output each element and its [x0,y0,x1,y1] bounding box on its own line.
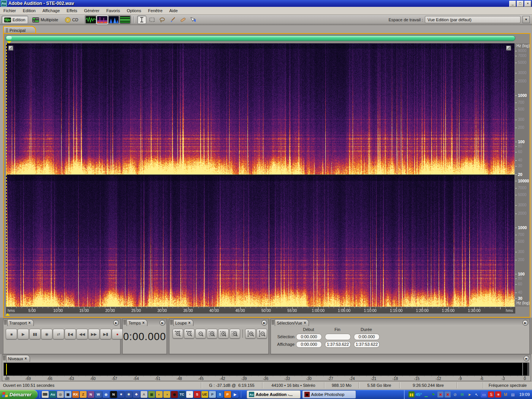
close-icon[interactable]: × [28,321,31,325]
task-adobe-audition[interactable]: AuAdobe Audition -... [247,390,301,399]
selection-debut-field[interactable]: 0:00.000 [296,334,322,340]
quick-launch-tc[interactable]: TC [179,391,185,398]
tray-clock[interactable]: 19:09 [519,392,530,397]
tab-grip[interactable] [6,28,8,33]
spectral-pan-view-button[interactable] [108,16,119,24]
tray-mouse[interactable]: M [502,391,508,397]
zoom-selection-left-button[interactable] [218,329,229,339]
go-to-start-button[interactable]: ▮◀ [65,329,76,339]
spectral-phase-view-button[interactable] [120,16,130,24]
selection-fin-field[interactable] [325,334,351,340]
tray-network-off-2[interactable]: ✖ [445,391,451,397]
edition-view-button[interactable]: Edition [2,16,28,24]
zoom-selection-right-button[interactable] [230,329,240,339]
workspace-dropdown-arrow[interactable]: ▼ [522,16,530,23]
panel-menu-button[interactable]: ▶ [522,320,528,326]
affichage-debut-field[interactable]: 0:00.000 [296,341,322,348]
panel-grip[interactable] [272,320,274,325]
close-icon[interactable]: × [304,321,306,325]
level-meter[interactable] [3,363,529,376]
play-from-cursor-button[interactable]: ◉ [41,329,52,339]
zoom-in-vertical-button[interactable] [245,329,256,339]
menu-favoris[interactable]: Favoris [103,8,124,14]
zoom-to-selection-button[interactable] [207,329,217,339]
close-button[interactable]: × [524,1,531,7]
quick-launch-media-player[interactable]: ▶ [232,391,239,398]
panel-grip[interactable] [170,320,173,325]
cd-view-button[interactable]: CD [62,16,81,24]
close-icon[interactable]: × [188,321,191,325]
quick-launch-calculator[interactable]: ▦ [65,391,71,398]
pause-button[interactable]: ▮▮ [29,329,41,339]
affichage-duree-field[interactable]: 1:37:53.622 [354,341,380,348]
panel-grip[interactable] [4,320,7,325]
loop-play-button[interactable]: ⇄ [53,329,64,339]
tray-blocked[interactable]: ⊘ [452,391,458,397]
quick-launch-pdf[interactable]: P [224,391,231,398]
title-bar[interactable]: Au Adobe Audition - STE-002.wav _□× [0,0,532,7]
panel-menu-button[interactable]: ▶ [261,320,267,326]
effects-paintbrush-tool-button[interactable] [168,16,177,24]
quick-launch-rx[interactable]: RX [72,391,79,398]
quick-launch-planet[interactable]: ◉ [103,391,109,398]
tray-package[interactable]: ✉ [459,391,465,397]
lasso-selection-tool-button[interactable] [158,16,167,24]
go-to-end-button[interactable]: ▶▮ [100,329,111,339]
tray-pause[interactable]: ▮▮ [408,391,415,397]
tray-minimized-bar[interactable]: ▁ [423,391,429,397]
tab-niveaux[interactable]: Niveaux × [6,355,30,362]
panel-menu-button[interactable]: ▶ [160,320,165,326]
zoom-in-horizontal-button[interactable] [173,329,183,339]
tray-fan[interactable]: ✳ [495,391,501,397]
minimize-button[interactable]: _ [509,1,516,7]
time-selection-tool-button[interactable] [137,16,146,24]
quick-launch-burst[interactable]: ✳ [125,391,132,398]
quick-launch-wand[interactable]: ✶ [118,391,125,398]
quick-launch-ultraedit[interactable]: UE [201,391,208,398]
stop-button[interactable]: ■ [6,329,17,339]
quick-launch-messenger[interactable]: P [209,391,216,398]
waveform-view-button[interactable] [86,16,96,24]
time-ruler[interactable]: 5:0010:0015:0020:0025:0030:0035:0040:004… [6,307,515,314]
panel-menu-button[interactable]: ▶ [524,356,529,361]
close-icon[interactable]: × [25,356,27,361]
record-button[interactable]: ● [112,329,123,339]
rewind-button[interactable]: ◀◀ [76,329,88,339]
playhead-marker-bottom[interactable] [5,313,10,316]
quick-launch-tickets[interactable]: ❖ [133,391,140,398]
zoom-out-vertical-button[interactable] [256,329,267,339]
tray-antivirus[interactable]: S [488,391,494,397]
tab-transport[interactable]: Transport × [7,319,34,326]
maximize-button[interactable]: □ [517,1,524,7]
quick-launch-audition[interactable]: Au [49,391,56,398]
channel-right-corner-button[interactable] [506,46,511,51]
play-button[interactable]: ▶ [17,329,29,339]
affichage-fin-field[interactable]: 1:37:53.622 [325,341,351,348]
tray-folder[interactable]: ▤ [510,391,516,397]
quick-launch-swoosh[interactable]: S [217,391,223,398]
panel-grip[interactable] [3,356,6,361]
quick-launch-movie[interactable]: ▣ [148,391,155,398]
menu-fentre[interactable]: Fenêtre [145,8,166,14]
spectrogram-display[interactable] [6,43,515,307]
zoom-out-full-button[interactable] [195,329,206,339]
frequency-ruler[interactable]: 9000700050003000200010007005003002001008… [515,43,529,307]
quick-launch-keyboard[interactable]: ⌨ [42,391,49,398]
spot-healing-tool-button[interactable] [178,16,187,24]
task-adobe-photoshop[interactable]: ◉Adobe Photoshop [302,390,356,399]
menu-options[interactable]: Options [124,8,145,14]
tray-network-off-1[interactable]: ✖ [437,391,443,397]
tray-temperature[interactable]: 45° [416,392,422,397]
quick-launch-zip[interactable]: Z [80,391,87,398]
close-icon[interactable]: × [142,321,144,325]
menu-effets[interactable]: Effets [63,8,81,14]
tray-scanner[interactable]: ➤ [466,391,472,397]
multipiste-view-button[interactable]: Multipiste [30,16,61,24]
quick-launch-sbp[interactable]: S [194,391,201,398]
quick-launch-globe-2[interactable]: ◑ [163,391,170,398]
panel-menu-button[interactable]: ▶ [113,320,119,326]
quick-launch-compass[interactable]: ◔ [186,391,193,398]
tab-temps[interactable]: Temps × [127,319,147,326]
channel-left-corner-button[interactable] [8,46,13,51]
tray-flag[interactable]: ⚑ [430,391,436,397]
